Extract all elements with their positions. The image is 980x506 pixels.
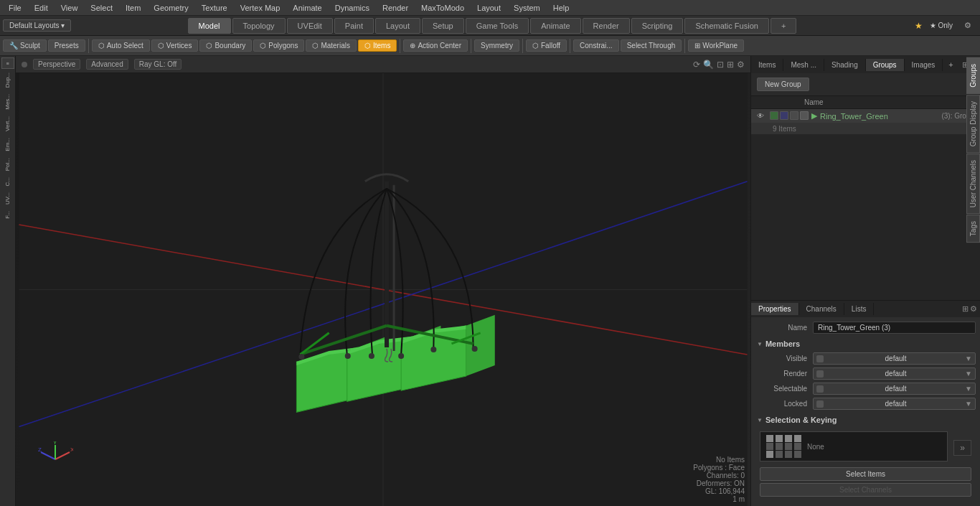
rtab-shading[interactable]: Shading	[824, 59, 866, 71]
rtab-groups[interactable]: Groups	[866, 59, 905, 71]
ptab-lists[interactable]: Lists	[844, 303, 875, 315]
tab-layout[interactable]: Layout	[375, 18, 420, 34]
sidebar-label-pol[interactable]: Pol...	[3, 155, 12, 174]
visible-dropdown[interactable]: default ▼	[813, 352, 976, 365]
rtab-add[interactable]: +	[943, 58, 958, 71]
menu-system[interactable]: System	[508, 2, 546, 14]
tab-animate[interactable]: Animate	[530, 18, 580, 34]
viewport-canvas[interactable]: X Z Y No Items Polygons : Face Channels:…	[16, 73, 750, 506]
menu-dynamics[interactable]: Dynamics	[329, 2, 375, 14]
tab-bar: Default Layouts ▾ Model Topology UVEdit …	[0, 16, 980, 36]
dot-10	[776, 451, 783, 458]
menu-vertexmap[interactable]: Vertex Map	[235, 2, 286, 14]
vp-icon-search[interactable]: 🔍	[703, 60, 714, 70]
locked-arrow: ▼	[965, 400, 972, 408]
tab-topology[interactable]: Topology	[232, 18, 286, 34]
sidebar-label-uv[interactable]: UV...	[3, 189, 12, 207]
only-btn[interactable]: ★ Only	[925, 20, 957, 31]
viewport-dot	[22, 62, 27, 67]
polygons-btn[interactable]: ⬡ Polygons	[253, 39, 304, 52]
tab-add[interactable]: +	[771, 18, 796, 34]
tab-uvedit[interactable]: UVEdit	[287, 18, 333, 34]
auto-select-btn[interactable]: ⬡ Auto Select	[92, 39, 150, 52]
settings-btn[interactable]: ⚙	[960, 19, 976, 32]
symmetry-btn[interactable]: Symmetry	[474, 39, 519, 52]
vp-icon-expand[interactable]: ⊞	[727, 60, 734, 70]
menu-view[interactable]: View	[55, 2, 84, 14]
vtab-groups[interactable]: Groups	[966, 57, 980, 94]
vtab-groupdisplay[interactable]: Group Display	[966, 95, 980, 153]
sidebar-label-dup[interactable]: Dup...	[3, 70, 12, 90]
menu-texture[interactable]: Texture	[196, 2, 233, 14]
items-btn[interactable]: ⬡ Items	[358, 39, 397, 52]
group-list-item[interactable]: 👁 ▶ Ring_Tower_Green (3): Group	[751, 109, 980, 123]
constraints-btn[interactable]: Constrai...	[573, 39, 619, 52]
locked-dropdown[interactable]: default ▼	[813, 398, 976, 410]
sidebar-label-f[interactable]: F...	[3, 208, 12, 222]
sidebar-label-vert[interactable]: Vert...	[3, 113, 12, 134]
vp-icon-settings[interactable]: ⚙	[737, 60, 745, 70]
tab-schematicfusion[interactable]: Schematic Fusion	[684, 18, 768, 34]
divider-3	[471, 39, 471, 53]
tab-model[interactable]: Model	[188, 18, 231, 34]
selectable-label: Selectable	[755, 385, 813, 393]
sculpt-btn[interactable]: 🔧 Sculpt	[3, 39, 47, 52]
menu-layout[interactable]: Layout	[471, 2, 507, 14]
boundary-btn[interactable]: ⬡ Boundary	[199, 39, 252, 52]
props-content: Name Members Visible default ▼ Render	[751, 317, 980, 506]
tab-paint[interactable]: Paint	[334, 18, 374, 34]
eye-icon[interactable]: 👁	[757, 112, 767, 120]
menu-maxtomodo[interactable]: MaxToModo	[415, 2, 470, 14]
viewport-mode[interactable]: Perspective	[33, 59, 80, 70]
ptab-properties[interactable]: Properties	[751, 303, 799, 315]
ptab-settings-icon[interactable]: ⚙	[970, 304, 977, 314]
menu-item[interactable]: Item	[120, 2, 146, 14]
sel-chevron-btn[interactable]: »	[953, 440, 971, 456]
group-extra-icon	[800, 111, 809, 120]
menu-help[interactable]: Help	[547, 2, 575, 14]
sidebar-toggle[interactable]: ≡	[1, 57, 14, 69]
workplane-btn[interactable]: ⊞ WorkPlane	[688, 39, 744, 52]
menu-select[interactable]: Select	[85, 2, 118, 14]
presets-btn[interactable]: Presets	[48, 39, 85, 52]
ptab-channels[interactable]: Channels	[799, 303, 844, 315]
render-dropdown[interactable]: default ▼	[813, 367, 976, 380]
viewport-raygl[interactable]: Ray GL: Off	[134, 59, 182, 70]
sel-grid	[766, 435, 803, 458]
tab-setup[interactable]: Setup	[422, 18, 464, 34]
tab-gametools[interactable]: Game Tools	[466, 18, 529, 34]
menu-render[interactable]: Render	[377, 2, 414, 14]
menu-geometry[interactable]: Geometry	[148, 2, 194, 14]
vp-icon-rotate[interactable]: ⟳	[693, 60, 700, 70]
rtab-images[interactable]: Images	[905, 59, 943, 71]
selectable-dropdown[interactable]: default ▼	[813, 383, 976, 395]
vtab-userchannels[interactable]: User Channels	[966, 154, 980, 214]
tab-render[interactable]: Render	[583, 18, 630, 34]
select-through-btn[interactable]: Select Through	[621, 39, 682, 52]
left-sidebar: ≡ Dup... Mes... Vert... Em... Pol... C..…	[0, 56, 16, 506]
tab-scripting[interactable]: Scripting	[631, 18, 684, 34]
sidebar-label-c[interactable]: C...	[3, 174, 12, 189]
sidebar-label-mesh[interactable]: Mes...	[3, 91, 12, 113]
select-items-btn[interactable]: Select Items	[760, 467, 971, 481]
select-channels-btn[interactable]: Select Channels	[760, 483, 971, 497]
name-input[interactable]	[813, 322, 976, 334]
action-center-btn[interactable]: ⊕ Action Center	[403, 39, 468, 52]
viewport-shading[interactable]: Advanced	[86, 59, 128, 70]
new-group-btn[interactable]: New Group	[757, 78, 809, 91]
menu-edit[interactable]: Edit	[29, 2, 54, 14]
viewport[interactable]: Perspective Advanced Ray GL: Off ⟳ 🔍 ⊡ ⊞…	[16, 56, 750, 506]
vertices-btn[interactable]: ⬡ Vertices	[151, 39, 199, 52]
materials-btn[interactable]: ⬡ Materials	[306, 39, 357, 52]
layout-dropdown[interactable]: Default Layouts ▾	[3, 19, 71, 32]
vtab-tags[interactable]: Tags	[966, 215, 980, 243]
sidebar-label-em[interactable]: Em...	[3, 135, 12, 154]
menu-animate[interactable]: Animate	[287, 2, 327, 14]
falloff-btn[interactable]: ⬡ Falloff	[526, 39, 567, 52]
ptab-expand-icon[interactable]: ⊞	[962, 304, 969, 314]
menu-file[interactable]: File	[3, 2, 27, 14]
toolbar: 🔧 Sculpt Presets ⬡ Auto Select ⬡ Vertice…	[0, 36, 980, 56]
rtab-mesh[interactable]: Mesh ...	[783, 59, 824, 71]
vp-icon-frame[interactable]: ⊡	[717, 60, 724, 70]
rtab-items[interactable]: Items	[751, 59, 783, 71]
